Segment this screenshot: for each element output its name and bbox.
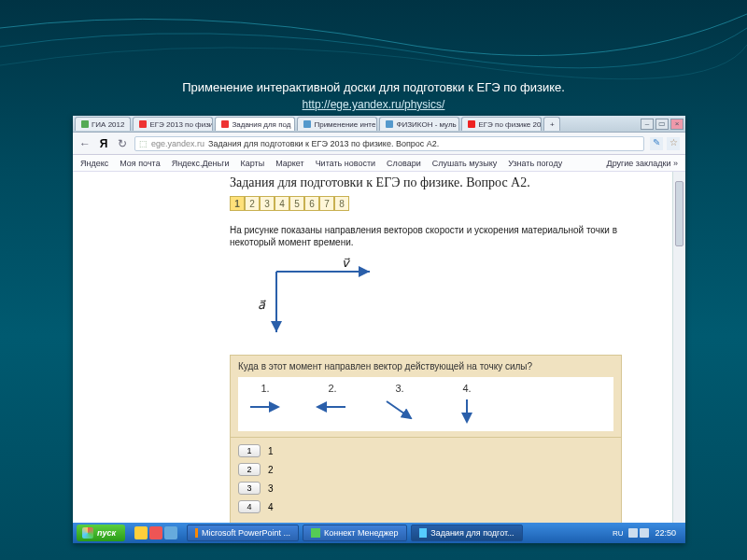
bookmark-link[interactable]: Карты [240,159,264,168]
tab[interactable]: ЕГЭ 2013 по физи [133,117,213,131]
page-num[interactable]: 7 [319,196,334,211]
page-num[interactable]: 3 [260,196,275,211]
maximize-button[interactable]: ▭ [655,119,669,130]
svg-text:a⃗: a⃗ [258,298,266,312]
option: 3. [378,383,421,426]
app-icon [311,528,320,538]
ql-icon[interactable] [134,526,148,539]
answer-list: 11 22 33 44 [230,438,622,523]
task-button[interactable]: Коннект Менеджер [303,525,407,541]
tray-icon[interactable] [628,528,638,538]
bookmark-link[interactable]: Яндекс.Деньги [172,159,230,168]
bookmark-link[interactable]: Словари [387,159,421,168]
option: 4. [445,383,488,426]
taskbar: пуск Microsoft PowerPoint ... Коннект Ме… [73,523,685,543]
option: 2. [311,383,354,426]
bookmark-link[interactable]: Маркет [275,159,303,168]
tab-label: Задания для под [232,120,290,129]
page-num[interactable]: 6 [304,196,319,211]
start-button[interactable]: пуск [77,525,125,541]
svg-text:v⃗: v⃗ [342,258,351,270]
answer-button[interactable]: 3 [238,482,261,495]
tab-active[interactable]: Задания для под× [215,117,295,131]
scroll-thumb[interactable] [675,181,684,246]
question: Куда в этот момент направлен вектор дейс… [238,361,613,371]
answer-row: 22 [238,460,613,479]
lock-icon: ⬚ [139,139,148,148]
page-title: Задания для подготовки к ЕГЭ по физике. … [230,175,622,190]
slide-title: Применение интерактивной доски для подго… [0,80,747,111]
system-tray: RU 22:50 [613,528,682,538]
answer-row: 44 [238,497,613,516]
tab[interactable]: ЕГЭ по физике 20 [461,117,542,131]
url-domain: ege.yandex.ru [151,139,204,148]
ya-button[interactable]: Я [97,137,110,150]
clock[interactable]: 22:50 [655,528,676,538]
url-title: Задания для подготовки к ЕГЭ 2013 по физ… [208,139,439,148]
answer-label: 2 [268,465,274,475]
ql-icon[interactable] [149,526,162,539]
page: Задания для подготовки к ЕГЭ по физике. … [136,172,622,523]
answer-options: 1. 2. 3. 4. [238,377,613,431]
ql-icon[interactable] [164,526,177,539]
window-controls: – ▭ × [641,119,684,130]
new-tab[interactable]: + [543,117,560,131]
lang-indicator[interactable]: RU [613,529,624,538]
slide-link[interactable]: http://ege.yandex.ru/physics/ [0,98,747,111]
quick-launch [129,526,183,539]
page-num[interactable]: 4 [275,196,289,211]
back-button[interactable]: ← [78,137,92,150]
svg-line-6 [387,401,411,418]
minimize-button[interactable]: – [641,119,654,130]
pager: 1 2 3 4 5 6 7 8 [230,196,622,211]
nav-tail: ✎ ☆ [650,137,680,150]
nav-row: ← Я ↻ ⬚ ege.yandex.ru Задания для подгот… [73,133,685,155]
answer-row: 33 [238,479,613,497]
option: 1. [244,383,287,426]
close-button[interactable]: × [670,119,684,130]
answer-button[interactable]: 1 [238,444,261,457]
task-button-active[interactable]: Задания для подгот... [411,525,523,541]
page-num[interactable]: 2 [245,196,260,211]
answer-button[interactable]: 2 [238,463,261,476]
answer-label: 1 [268,446,274,456]
tray-icon[interactable] [640,528,649,538]
favicon-icon [81,120,89,128]
windows-icon [82,527,93,539]
scrollbar[interactable] [672,172,685,523]
page-num[interactable]: 5 [289,196,304,211]
tab-label: ЕГЭ по физике 20 [478,120,541,129]
favicon-icon [386,120,393,128]
url-bar[interactable]: ⬚ ege.yandex.ru Задания для подготовки к… [134,136,644,151]
bookmark-link[interactable]: Читать новости [316,159,375,168]
other-bookmarks[interactable]: Другие закладки » [607,159,678,168]
favicon-icon [303,120,311,128]
tab[interactable]: ГИА 2012 [75,117,131,131]
star-icon[interactable]: ☆ [667,137,680,150]
tab-label: ФИЗИКОН - муль [396,120,456,129]
tabs-row: ГИА 2012 ЕГЭ 2013 по физи Задания для по… [73,116,685,133]
bookmark-link[interactable]: Узнать погоду [508,159,562,168]
content-area: Задания для подготовки к ЕГЭ по физике. … [73,172,685,523]
answer-label: 4 [268,502,274,512]
page-num[interactable]: 8 [334,196,349,211]
answer-button[interactable]: 4 [238,500,261,513]
bookmark-link[interactable]: Яндекс [80,159,108,168]
tab-label: Применение инте [314,120,375,129]
tab-label: ГИА 2012 [92,120,124,129]
tab[interactable]: Применение инте [297,117,377,131]
slide-title-text: Применение интерактивной доски для подго… [182,80,565,94]
page-num[interactable]: 1 [230,196,245,211]
tab[interactable]: ФИЗИКОН - муль [379,117,459,131]
reload-button[interactable]: ↻ [116,137,129,150]
tab-label: ЕГЭ 2013 по физи [149,120,213,129]
app-icon [195,528,198,538]
task-button[interactable]: Microsoft PowerPoint ... [187,525,299,541]
bookmarks-bar: Яндекс Моя почта Яндекс.Деньги Карты Мар… [73,155,685,172]
wrench-icon[interactable]: ✎ [650,137,663,150]
bookmark-link[interactable]: Моя почта [120,159,160,168]
browser-window: ГИА 2012 ЕГЭ 2013 по физи Задания для по… [73,116,685,543]
bookmark-link[interactable]: Слушать музыку [432,159,498,168]
vector-diagram: v⃗ a⃗ [248,258,398,342]
favicon-icon [139,120,147,128]
